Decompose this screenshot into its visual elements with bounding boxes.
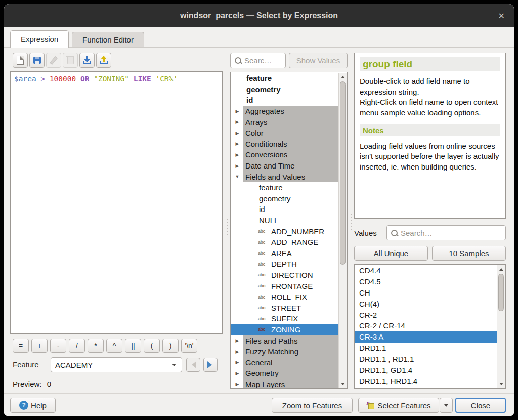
function-tree-item-null[interactable]: NULL (231, 215, 339, 226)
tab-function-editor[interactable]: Function Editor (72, 32, 144, 47)
operator-button[interactable]: ^ (106, 339, 122, 353)
scrollbar-thumb[interactable] (498, 274, 504, 311)
select-features-button[interactable]: ε Select Features (358, 398, 439, 413)
expression-editor[interactable]: $area > 100000 OR "ZONING" LIKE 'CR%' (10, 71, 223, 334)
edit-expression-button[interactable] (46, 53, 61, 68)
function-tree-item-area[interactable]: abcAREA (231, 248, 339, 259)
values-search-input[interactable] (398, 229, 505, 237)
function-tree-item-add-number[interactable]: abcADD_NUMBER (231, 226, 339, 237)
value-list-item[interactable]: DRD1.1, RD1.4 (355, 387, 497, 388)
function-tree-item-arrays[interactable]: ▶Arrays (231, 116, 339, 128)
operator-button[interactable]: ( (144, 339, 160, 353)
expand-icon[interactable]: ▶ (231, 131, 243, 136)
next-feature-button[interactable] (203, 358, 218, 372)
operator-button[interactable]: = (13, 339, 29, 353)
splitter-handle-left[interactable] (226, 219, 229, 235)
select-features-dropdown-button[interactable] (440, 398, 453, 413)
function-tree-scrollbar[interactable] (338, 73, 347, 388)
function-tree-item-color[interactable]: ▶Color (231, 128, 339, 139)
value-list-item[interactable]: CH(4) (355, 298, 497, 309)
close-icon[interactable]: ✕ (498, 4, 505, 27)
expand-icon[interactable]: ▶ (231, 349, 243, 354)
function-tree-item-geometry[interactable]: ▶Geometry (231, 368, 339, 379)
function-tree-item-suffix[interactable]: abcSUFFIX (231, 313, 339, 324)
new-expression-button[interactable] (13, 53, 28, 68)
values-list[interactable]: CD4.4CD4.5CHCH(4)CR-2CR-2 / CR-14CR-3 AD… (354, 264, 506, 389)
operator-button[interactable]: ) (162, 339, 179, 353)
value-list-item[interactable]: CR-2 / CR-14 (355, 320, 497, 331)
function-tree-item-aggregates[interactable]: ▶Aggregates (231, 106, 339, 117)
function-tree-item-depth[interactable]: abcDEPTH (231, 259, 339, 270)
expand-icon[interactable]: ▶ (231, 152, 243, 157)
all-unique-button[interactable]: All Unique (354, 246, 428, 261)
function-tree-item-date-and-time[interactable]: ▶Date and Time (231, 160, 339, 172)
scrollbar-thumb[interactable] (340, 81, 346, 265)
value-list-item[interactable]: DRD1.1 (355, 343, 497, 354)
function-tree-item-map-layers[interactable]: ▶Map Layers (231, 379, 339, 388)
tab-expression[interactable]: Expression (10, 30, 69, 48)
import-expression-button[interactable] (79, 53, 95, 68)
function-tree-item-general[interactable]: ▶General (231, 357, 339, 368)
values-search-field[interactable] (386, 225, 506, 240)
expand-icon[interactable]: ▶ (231, 109, 243, 114)
value-list-item[interactable]: CR-2 (355, 309, 497, 320)
help-button[interactable]: ? Help (10, 398, 56, 413)
function-search-field[interactable] (230, 53, 286, 68)
function-tree[interactable]: featuregeometryid▶Aggregates▶Arrays▶Colo… (230, 72, 348, 389)
feature-combobox[interactable]: ACADEMY (51, 357, 182, 372)
scroll-down-button[interactable] (339, 380, 347, 388)
export-expression-button[interactable] (96, 53, 111, 68)
operator-button[interactable]: || (125, 339, 141, 353)
function-tree-item-feature[interactable]: feature (231, 182, 339, 193)
function-tree-item-conditionals[interactable]: ▶Conditionals (231, 139, 339, 150)
expand-icon[interactable]: ▶ (231, 382, 243, 387)
value-list-item[interactable]: CD4.5 (355, 276, 497, 287)
splitter-handle-right[interactable] (350, 214, 353, 230)
scroll-up-button[interactable] (497, 265, 505, 273)
scroll-up-button[interactable] (339, 73, 347, 80)
expand-icon[interactable]: ▶ (231, 119, 243, 124)
function-tree-item-direction[interactable]: abcDIRECTION (231, 270, 339, 281)
function-tree-item-fields-and-values[interactable]: ▼Fields and Values (231, 171, 339, 182)
expand-icon[interactable]: ▶ (231, 371, 243, 376)
value-list-item[interactable]: DRD1.1, HRD1.4 (355, 375, 497, 387)
expand-icon[interactable]: ▶ (231, 163, 243, 169)
values-list-scrollbar[interactable] (497, 265, 505, 388)
operator-button[interactable]: '\n' (181, 339, 197, 353)
collapse-icon[interactable]: ▼ (231, 174, 243, 179)
scroll-down-button[interactable] (497, 380, 505, 388)
value-list-item[interactable]: CR-3 A (355, 331, 497, 343)
expand-icon[interactable]: ▶ (231, 360, 243, 365)
zoom-to-features-button[interactable]: Zoom to Features (272, 398, 353, 413)
function-tree-item-roll-fix[interactable]: abcROLL_FIX (231, 291, 339, 303)
previous-feature-button[interactable] (186, 358, 200, 372)
function-tree-item-fuzzy-matching[interactable]: ▶Fuzzy Matching (231, 346, 339, 357)
close-button[interactable]: Close (455, 398, 506, 413)
function-tree-item-zoning[interactable]: abcZONING (231, 324, 339, 335)
function-tree-item-add-range[interactable]: abcADD_RANGE (231, 237, 339, 248)
operator-button[interactable]: + (31, 339, 48, 353)
operator-button[interactable]: * (88, 339, 104, 353)
value-list-item[interactable]: DRD1.1, GD1.4 (355, 364, 497, 375)
value-list-item[interactable]: CD4.4 (355, 265, 497, 276)
function-tree-item-conversions[interactable]: ▶Conversions (231, 149, 339, 160)
expand-icon[interactable]: ▶ (231, 141, 243, 146)
expand-icon[interactable]: ▶ (231, 338, 243, 343)
ten-samples-button[interactable]: 10 Samples (432, 246, 506, 261)
operator-button[interactable]: - (50, 339, 66, 353)
function-tree-item-street[interactable]: abcSTREET (231, 302, 339, 313)
save-expression-button[interactable] (29, 53, 45, 68)
value-list-item[interactable]: CH (355, 287, 497, 299)
function-tree-item-files-and-paths[interactable]: ▶Files and Paths (231, 335, 339, 346)
show-values-button[interactable]: Show Values (289, 53, 348, 68)
function-tree-item-feature[interactable]: feature (231, 73, 339, 84)
function-tree-item-geometry[interactable]: geometry (231, 84, 339, 95)
function-search-input[interactable] (241, 56, 285, 65)
value-list-item[interactable]: DRD1.1 , RD1.1 (355, 353, 497, 364)
function-tree-item-geometry[interactable]: geometry (231, 193, 339, 204)
delete-expression-button[interactable] (63, 53, 78, 68)
function-tree-item-id[interactable]: id (231, 95, 339, 106)
function-tree-item-frontage[interactable]: abcFRONTAGE (231, 280, 339, 291)
operator-button[interactable]: / (69, 339, 85, 353)
feature-combobox-dropdown[interactable] (166, 358, 182, 372)
